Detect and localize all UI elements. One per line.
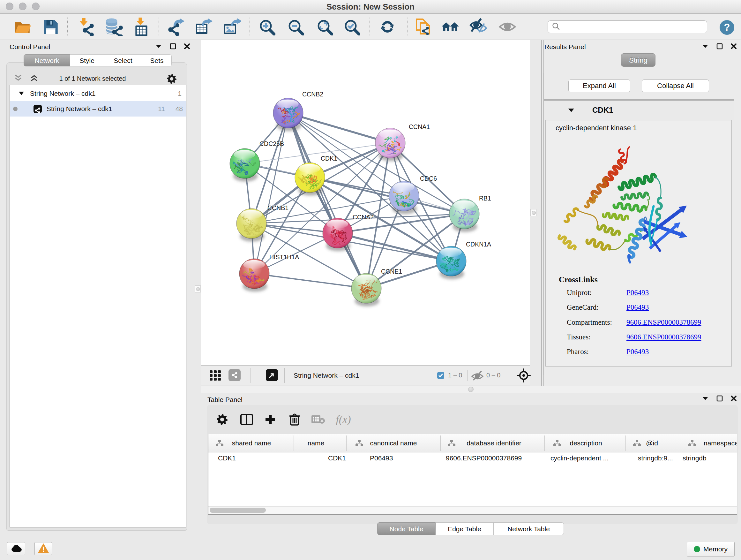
horizontal-splitter[interactable] xyxy=(201,386,741,393)
tab-sets[interactable]: Sets xyxy=(142,54,172,66)
crosslink-link[interactable]: 9606.ENSP00000378699 xyxy=(626,318,701,327)
open-in-window-icon[interactable] xyxy=(266,369,278,381)
table-row[interactable]: CDK1CDK1P064939606.ENSP00000378699cyclin… xyxy=(208,452,737,464)
zoom-fit-icon[interactable] xyxy=(316,14,333,40)
right-splitter-handle[interactable] xyxy=(530,209,536,216)
tab-edge-table[interactable]: Edge Table xyxy=(435,522,494,535)
search-input[interactable] xyxy=(548,20,707,33)
node-CCNB2[interactable]: CCNB2 xyxy=(273,91,323,131)
hide-selected-icon[interactable] xyxy=(469,14,488,40)
table-horizontal-scrollbar[interactable] xyxy=(208,506,737,514)
net-toolbar-separator xyxy=(251,368,251,383)
help-button[interactable]: ? xyxy=(720,20,734,35)
column-header-namespace[interactable]: namespace xyxy=(704,434,737,452)
crosslink-label: Pharos: xyxy=(567,348,589,356)
column-header-@id[interactable]: @id xyxy=(646,434,658,452)
shared-column-icon xyxy=(553,439,561,448)
cell-0: CDK1 xyxy=(218,452,236,464)
panel-close-icon[interactable] xyxy=(731,43,737,51)
export-network-icon[interactable] xyxy=(167,14,185,40)
memory-button[interactable]: Memory xyxy=(687,542,735,557)
column-header-canonical-name[interactable]: canonical name xyxy=(370,434,417,452)
split-columns-icon[interactable] xyxy=(237,413,256,427)
left-splitter-handle[interactable] xyxy=(195,286,201,293)
panel-float-icon[interactable] xyxy=(170,43,176,51)
network-row[interactable]: String Network – cdk1 11 48 xyxy=(10,101,186,117)
refresh-icon[interactable] xyxy=(379,14,396,40)
expand-all-button[interactable]: Expand All xyxy=(568,79,630,92)
collapse-all-networks-icon[interactable] xyxy=(14,74,22,83)
column-header-description[interactable]: description xyxy=(569,434,602,452)
panel-float-icon[interactable] xyxy=(717,43,723,51)
node-CCNB1[interactable]: CCNB1 xyxy=(237,204,288,242)
tab-style[interactable]: Style xyxy=(70,54,104,66)
network-collection-row[interactable]: String Network – cdk1 1 xyxy=(10,86,186,101)
table-scrollbar-thumb[interactable] xyxy=(210,508,266,513)
open-session-icon[interactable] xyxy=(13,14,31,40)
panel-float-icon[interactable] xyxy=(717,395,723,403)
search-field[interactable] xyxy=(560,23,707,31)
column-header-name[interactable]: name xyxy=(308,434,325,452)
gene-entry-header[interactable] xyxy=(544,101,734,120)
copy-network-icon[interactable] xyxy=(415,14,433,40)
hidden-count: 0 – 0 xyxy=(486,365,500,385)
toolbar-separator xyxy=(67,17,68,36)
import-database-icon[interactable] xyxy=(105,14,123,40)
delete-column-icon[interactable] xyxy=(285,413,304,427)
export-table-icon[interactable] xyxy=(195,14,213,40)
crosslink-link[interactable]: P06493 xyxy=(626,303,649,312)
node-CDC25B[interactable]: CDC25B xyxy=(230,140,284,182)
home-views-icon[interactable] xyxy=(441,14,459,40)
node-RB1[interactable]: RB1 xyxy=(449,195,491,232)
network-label: String Network – cdk1 xyxy=(47,101,112,117)
panel-menu-icon[interactable] xyxy=(702,396,709,402)
tab-network-table[interactable]: Network Table xyxy=(494,522,564,535)
crosslink-label: Uniprot: xyxy=(567,289,592,297)
shared-column-icon xyxy=(688,439,696,448)
crosslink-link[interactable]: P06493 xyxy=(626,348,649,356)
show-all-icon[interactable] xyxy=(498,14,516,40)
add-column-icon[interactable] xyxy=(261,413,280,427)
tab-select[interactable]: Select xyxy=(104,54,142,66)
table-settings-gear-icon[interactable] xyxy=(212,413,232,427)
gene-name: CDK1 xyxy=(592,101,613,120)
warnings-button[interactable] xyxy=(35,542,52,555)
network-options-gear-icon[interactable] xyxy=(166,74,177,85)
node-CDKN1A[interactable]: CDKN1A xyxy=(436,241,491,279)
warning-icon xyxy=(38,543,49,554)
zoom-in-icon[interactable] xyxy=(258,14,275,40)
crosslinks-title: CrossLinks xyxy=(559,275,598,284)
network-canvas[interactable]: CCNB2CCNA1CDC25BCDK1CDC6RB1CCNB1CCNA2CDK… xyxy=(201,40,530,365)
panel-close-icon[interactable] xyxy=(184,43,190,51)
tab-network[interactable]: Network xyxy=(23,54,70,66)
tab-node-table[interactable]: Node Table xyxy=(377,522,435,535)
fit-content-icon[interactable] xyxy=(517,368,531,384)
grid-view-icon[interactable] xyxy=(209,369,221,383)
column-header-database-identifier[interactable]: database identifier xyxy=(467,434,522,452)
node-CCNA1[interactable]: CCNA1 xyxy=(375,123,430,161)
import-table-icon[interactable] xyxy=(132,14,151,40)
hidden-nodes-eye-icon xyxy=(471,370,484,382)
crosslink-label: Tissues: xyxy=(567,333,591,341)
edge-CCNB2-CCNA1 xyxy=(288,113,390,143)
zoom-out-icon[interactable] xyxy=(287,14,304,40)
panel-menu-icon[interactable] xyxy=(155,44,162,50)
save-session-icon[interactable] xyxy=(42,14,60,40)
cloud-button[interactable] xyxy=(7,542,25,555)
collapse-all-button[interactable]: Collapse All xyxy=(642,79,709,92)
crosslink-link[interactable]: 9606.ENSP00000378699 xyxy=(626,333,701,341)
crosslink-link[interactable]: P06493 xyxy=(626,289,649,297)
selected-nodes-checkbox[interactable] xyxy=(437,372,444,379)
birdseye-share-icon[interactable] xyxy=(228,369,241,381)
zoom-selected-icon[interactable] xyxy=(343,14,360,40)
node-label-RB1: RB1 xyxy=(479,195,491,202)
entry-expander-icon[interactable] xyxy=(568,108,575,114)
column-header-shared-name[interactable]: shared name xyxy=(232,434,271,452)
tab-string[interactable]: String xyxy=(621,53,656,67)
toolbar-separator xyxy=(250,17,250,36)
export-image-icon[interactable] xyxy=(223,14,241,40)
delete-table-icon xyxy=(309,413,328,427)
panel-close-icon[interactable] xyxy=(731,395,737,403)
panel-menu-icon[interactable] xyxy=(702,44,709,50)
import-network-icon[interactable] xyxy=(77,14,95,40)
